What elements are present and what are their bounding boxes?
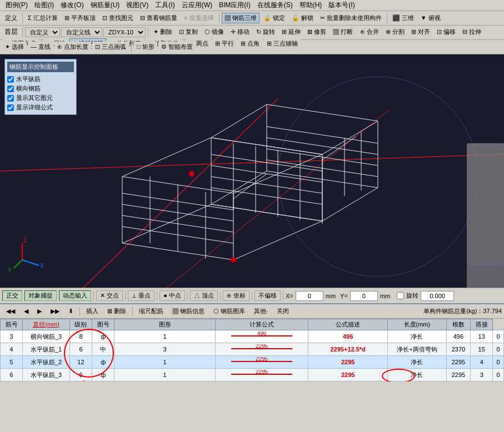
layer-select[interactable]: 自定义 xyxy=(25,27,60,37)
btn-rebar-library[interactable]: ⬡ 钢筋图库 xyxy=(209,306,249,317)
menu-online[interactable]: 在线服务(S) xyxy=(254,0,296,11)
btn-ortho[interactable]: 正交 xyxy=(2,290,22,301)
btn-rebar-info[interactable]: ▦ 钢筋信息 xyxy=(168,306,208,317)
btn-nav-prev2[interactable]: ◀◀ xyxy=(2,307,19,316)
btn-extend[interactable]: ⊞ 延伸 xyxy=(279,27,303,37)
btn-find[interactable]: ⊡ 查找图元 xyxy=(99,13,136,23)
statusbar: 正交 对象捕捉 动态输入 ✕ 交点 ⊥ 垂点 ● 中点 △ 顶点 ⊕ 坐标 不偏… xyxy=(0,288,504,303)
btn-delete-row[interactable]: ⊠ 删除 xyxy=(103,306,130,317)
canvas-area: 钢筋显示控制面板 水平纵筋 横向钢筋 显示其它图元 显示详细公式 xyxy=(0,54,504,288)
coord-x-input[interactable] xyxy=(296,291,323,301)
btn-level[interactable]: ⊞ 平齐板顶 xyxy=(62,13,98,23)
cell-id: 6 xyxy=(1,369,23,381)
btn-select[interactable]: ✦ 选择 xyxy=(2,42,27,52)
cp-label-3: 显示其它图元 xyxy=(16,94,53,102)
sep-status3 xyxy=(157,292,157,300)
btn-scale-rebar[interactable]: 缩尺配筋 xyxy=(135,306,167,317)
btn-define[interactable]: 定义 xyxy=(2,13,20,23)
btn-delete[interactable]: ✦ 删除 xyxy=(151,27,175,37)
btn-break[interactable]: ▦ 打断 xyxy=(330,27,356,37)
cell-count: 13 xyxy=(471,330,493,343)
btn-snap[interactable]: 对象捕捉 xyxy=(24,290,57,301)
rotate-input[interactable] xyxy=(421,291,454,301)
btn-perpend[interactable]: ⊥ 垂点 xyxy=(128,290,154,301)
btn-batch-del[interactable]: ✂ 批量删除未使用构件 xyxy=(317,13,385,23)
cell-id: 4 xyxy=(1,343,23,356)
btn-move[interactable]: ✛ 移动 xyxy=(228,27,252,37)
btn-rect[interactable]: □ 矩形 xyxy=(134,42,157,52)
btn-batch-select[interactable]: ≡ 批量选择 xyxy=(181,13,216,23)
btn-coord[interactable]: ⊕ 坐标 xyxy=(223,290,249,301)
table-row[interactable]: 6 水平纵筋_3 6 ф 1 2295 2295 净长 2295 3 0 xyxy=(1,369,504,381)
cell-formula: 2295 xyxy=(308,356,388,369)
btn-three-point-aux[interactable]: ⊞ 三点辅轴 xyxy=(264,38,301,49)
menu-version[interactable]: 版本号(I) xyxy=(325,0,358,11)
menu-bim[interactable]: BIM应用(I) xyxy=(216,0,254,11)
btn-stretch[interactable]: ⊟ 拉伸 xyxy=(460,27,484,37)
btn-unlock[interactable]: 🔓 解锁 xyxy=(289,13,316,23)
table-row[interactable]: 5 水平纵筋_2 12 ф 1 2295 2295 净长 2295 4 0 xyxy=(1,356,504,369)
zdyx-select[interactable]: ZDYX-10 xyxy=(103,27,146,37)
cp-check-2[interactable] xyxy=(7,86,14,92)
cp-item-4[interactable]: 显示详细公式 xyxy=(7,103,74,112)
btn-dynamic-input[interactable]: 动态输入 xyxy=(59,290,91,301)
coord-y-input[interactable] xyxy=(350,291,378,301)
btn-nav-last[interactable]: ▶▶ xyxy=(47,307,63,316)
btn-midpoint[interactable]: ● 中点 xyxy=(159,290,185,301)
btn-point-angle[interactable]: ⊞ 点角 xyxy=(238,38,262,49)
btn-align[interactable]: ⊞ 对齐 xyxy=(408,27,433,37)
btn-nav-down[interactable]: ⬇ xyxy=(64,307,77,316)
btn-insert-row[interactable]: 插入 xyxy=(82,306,102,317)
menu-view[interactable]: 视图(V) xyxy=(123,0,152,11)
table-row[interactable]: 4 水平纵筋_1 6 中 3 2295 2295+12.5*d 净长+两倍弯钩 … xyxy=(1,343,504,356)
btn-smart-layout[interactable]: ⚙ 智能布置 xyxy=(158,42,196,52)
sep-bt1 xyxy=(79,307,80,316)
cp-check-3[interactable] xyxy=(7,95,14,102)
cell-id: 5 xyxy=(1,356,23,369)
rotate-check[interactable] xyxy=(397,292,404,299)
custom-line-select[interactable]: 自定义线 xyxy=(61,27,102,37)
btn-top-view[interactable]: ▼ 俯视 xyxy=(418,13,443,23)
btn-three-arc[interactable]: ⊡ 三点画弧 xyxy=(92,42,129,52)
cell-name: 横向钢筋_3 xyxy=(23,330,70,343)
control-panel: 钢筋显示控制面板 水平纵筋 横向钢筋 显示其它图元 显示详细公式 xyxy=(4,59,77,115)
cp-item-2[interactable]: 横向钢筋 xyxy=(7,84,74,93)
btn-lock[interactable]: 🔒 锁定 xyxy=(261,13,288,23)
btn-point-length[interactable]: ⊕ 点加长度 xyxy=(54,42,91,52)
menu-graph[interactable]: 图例(P) xyxy=(2,0,31,11)
menu-cloud[interactable]: 云应用(W) xyxy=(178,0,216,11)
btn-no-offset[interactable]: 不偏移 xyxy=(255,290,281,301)
cell-shape-no: 1 xyxy=(114,356,216,369)
btn-sum[interactable]: Σ 汇总计算 xyxy=(25,13,61,23)
menu-modify[interactable]: 修改(O) xyxy=(57,0,87,11)
menu-tools[interactable]: 工具(I) xyxy=(152,0,178,11)
btn-parallel[interactable]: ⊞ 平行 xyxy=(212,38,237,49)
btn-3d[interactable]: ⬛ 三维 xyxy=(390,13,417,23)
btn-intersection[interactable]: ✕ 交点 xyxy=(96,290,123,301)
btn-nav-next[interactable]: ▶ xyxy=(33,307,46,316)
btn-mirror[interactable]: ⬡ 镜像 xyxy=(202,27,227,37)
menu-rebar-qty[interactable]: 钢筋量(U) xyxy=(87,0,123,11)
control-panel-title: 钢筋显示控制面板 xyxy=(7,62,74,72)
btn-line[interactable]: — 直线 xyxy=(28,42,53,52)
menu-draw[interactable]: 绘图(I) xyxy=(31,0,57,11)
cp-check-1[interactable] xyxy=(7,76,14,83)
cp-item-3[interactable]: 显示其它图元 xyxy=(7,93,74,103)
cp-check-4[interactable] xyxy=(7,104,14,111)
layer-label: 首层 xyxy=(2,27,20,37)
btn-close[interactable]: 关闭 xyxy=(273,306,293,317)
btn-vertex[interactable]: △ 顶点 xyxy=(190,290,218,301)
cp-item-1[interactable]: 水平纵筋 xyxy=(7,74,74,84)
btn-offset[interactable]: ⊡ 偏移 xyxy=(434,27,458,37)
btn-copy[interactable]: ⊡ 复制 xyxy=(176,27,201,37)
btn-split[interactable]: ⊗ 分割 xyxy=(383,27,407,37)
btn-rebar-3d[interactable]: ▦ 钢筋三维 xyxy=(222,13,260,23)
btn-other[interactable]: 其他· xyxy=(250,306,272,317)
btn-nav-prev[interactable]: ◀ xyxy=(20,307,32,316)
btn-rotate[interactable]: ↻ 旋转 xyxy=(253,27,278,37)
btn-merge[interactable]: ⊕ 合并 xyxy=(357,27,382,37)
menu-help[interactable]: 帮助(H) xyxy=(296,0,326,11)
btn-trim[interactable]: ⊠ 修剪 xyxy=(305,27,329,37)
table-row[interactable]: 3 横向钢筋_3 8 ф 1 496 496 净长 496 13 0 xyxy=(1,330,504,343)
btn-view-rebar[interactable]: ⊟ 查看钢筋量 xyxy=(137,13,180,23)
